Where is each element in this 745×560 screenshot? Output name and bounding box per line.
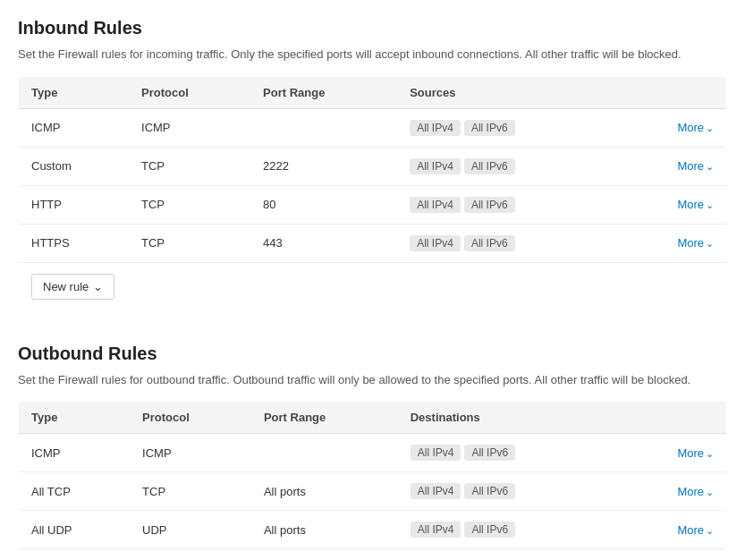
destination-badge: All IPv6 (464, 522, 515, 538)
destination-badge: All IPv6 (464, 483, 515, 499)
inbound-new-rule-button[interactable]: New rule ⌄ (31, 274, 114, 300)
source-badge: All IPv4 (410, 197, 461, 213)
inbound-row: HTTPS TCP 443 All IPv4All IPv6 More⌄ (19, 224, 727, 262)
inbound-protocol: TCP (129, 147, 250, 185)
outbound-destinations: All IPv4All IPv6 (398, 472, 622, 511)
inbound-more-link[interactable]: More⌄ (677, 198, 714, 211)
inbound-col-actions (622, 76, 727, 108)
inbound-col-protocol: Protocol (129, 76, 250, 108)
outbound-more-cell: More⌄ (622, 472, 726, 511)
inbound-sources: All IPv4All IPv6 (397, 185, 622, 224)
outbound-col-type: Type (19, 402, 131, 434)
source-badge: All IPv6 (464, 158, 515, 174)
inbound-row: HTTP TCP 80 All IPv4All IPv6 More⌄ (19, 185, 727, 224)
source-badge: All IPv4 (410, 158, 461, 174)
outbound-row: ICMP ICMP All IPv4All IPv6 More⌄ (19, 434, 727, 472)
new-rule-label: New rule (43, 280, 89, 293)
outbound-col-destinations: Destinations (398, 402, 622, 434)
outbound-port-range: All ports (251, 511, 398, 549)
outbound-more-cell: More⌄ (622, 511, 726, 549)
outbound-destinations: All IPv4All IPv6 (398, 434, 622, 472)
inbound-port-range: 2222 (250, 147, 397, 185)
inbound-type: HTTP (19, 185, 130, 224)
outbound-header-row: Type Protocol Port Range Destinations (19, 402, 727, 434)
outbound-more-link[interactable]: More⌄ (677, 523, 714, 537)
inbound-row: Custom TCP 2222 All IPv4All IPv6 More⌄ (19, 147, 727, 185)
outbound-row: All UDP UDP All ports All IPv4All IPv6 M… (19, 511, 727, 549)
source-badge: All IPv4 (410, 235, 461, 251)
chevron-down-icon: ⌄ (706, 161, 714, 172)
outbound-col-port-range: Port Range (251, 402, 398, 434)
outbound-port-range (251, 434, 398, 472)
outbound-protocol: TCP (130, 472, 251, 511)
inbound-type: HTTPS (19, 224, 130, 262)
inbound-description: Set the Firewall rules for incoming traf… (18, 46, 727, 64)
outbound-port-range: All ports (251, 472, 398, 511)
inbound-more-cell: More⌄ (622, 224, 727, 262)
chevron-down-icon: ⌄ (706, 123, 714, 133)
chevron-down-icon: ⌄ (706, 448, 714, 459)
source-badge: All IPv6 (464, 120, 515, 136)
chevron-down-icon: ⌄ (706, 199, 714, 210)
inbound-port-range: 80 (250, 185, 397, 224)
outbound-more-cell: More⌄ (622, 434, 726, 472)
inbound-protocol: TCP (129, 185, 250, 224)
outbound-type: All TCP (19, 472, 131, 511)
outbound-title: Outbound Rules (18, 344, 727, 364)
outbound-col-protocol: Protocol (130, 402, 251, 434)
inbound-port-range (250, 108, 397, 147)
outbound-type: All UDP (19, 511, 131, 549)
destination-badge: All IPv4 (411, 483, 461, 499)
inbound-col-port-range: Port Range (250, 76, 397, 108)
source-badge: All IPv4 (410, 120, 461, 136)
inbound-sources: All IPv4All IPv6 (397, 147, 622, 185)
destination-badge: All IPv4 (411, 445, 461, 461)
outbound-protocol: UDP (130, 511, 251, 549)
inbound-more-cell: More⌄ (622, 108, 727, 147)
inbound-protocol: ICMP (129, 108, 250, 147)
outbound-rules-section: Outbound Rules Set the Firewall rules fo… (18, 344, 727, 561)
outbound-new-rule-cell: New rule ⌄ (19, 549, 727, 561)
outbound-protocol: ICMP (130, 434, 251, 472)
outbound-more-link[interactable]: More⌄ (677, 485, 714, 498)
chevron-down-icon: ⌄ (706, 487, 714, 497)
chevron-down-icon: ⌄ (93, 280, 103, 293)
inbound-more-cell: More⌄ (622, 147, 727, 185)
inbound-type: Custom (19, 147, 130, 185)
inbound-port-range: 443 (250, 224, 397, 262)
inbound-more-cell: More⌄ (622, 185, 727, 224)
inbound-title: Inbound Rules (18, 18, 727, 38)
inbound-sources: All IPv4All IPv6 (397, 108, 622, 147)
inbound-new-rule-cell: New rule ⌄ (19, 262, 727, 310)
inbound-row: ICMP ICMP All IPv4All IPv6 More⌄ (19, 108, 727, 147)
inbound-protocol: TCP (129, 224, 250, 262)
inbound-more-link[interactable]: More⌄ (677, 121, 714, 134)
inbound-more-link[interactable]: More⌄ (677, 159, 714, 173)
outbound-new-rule-row: New rule ⌄ (19, 549, 727, 561)
source-badge: All IPv6 (464, 235, 515, 251)
chevron-down-icon: ⌄ (706, 238, 714, 249)
inbound-type: ICMP (19, 108, 130, 147)
inbound-sources: All IPv4All IPv6 (397, 224, 622, 262)
chevron-down-icon: ⌄ (706, 525, 714, 536)
outbound-description: Set the Firewall rules for outbound traf… (18, 371, 727, 389)
inbound-new-rule-row: New rule ⌄ (19, 262, 727, 310)
source-badge: All IPv6 (464, 197, 515, 213)
outbound-table: Type Protocol Port Range Destinations IC… (18, 401, 727, 560)
outbound-type: ICMP (19, 434, 131, 472)
destination-badge: All IPv6 (464, 445, 515, 461)
destination-badge: All IPv4 (411, 522, 461, 538)
outbound-destinations: All IPv4All IPv6 (398, 511, 622, 549)
inbound-more-link[interactable]: More⌄ (677, 236, 714, 250)
inbound-rules-section: Inbound Rules Set the Firewall rules for… (18, 18, 727, 311)
inbound-header-row: Type Protocol Port Range Sources (19, 76, 727, 108)
inbound-col-sources: Sources (397, 76, 622, 108)
inbound-col-type: Type (19, 76, 130, 108)
outbound-col-actions (622, 402, 726, 434)
inbound-table: Type Protocol Port Range Sources ICMP IC… (18, 76, 727, 311)
outbound-more-link[interactable]: More⌄ (677, 446, 714, 460)
outbound-row: All TCP TCP All ports All IPv4All IPv6 M… (19, 472, 727, 511)
